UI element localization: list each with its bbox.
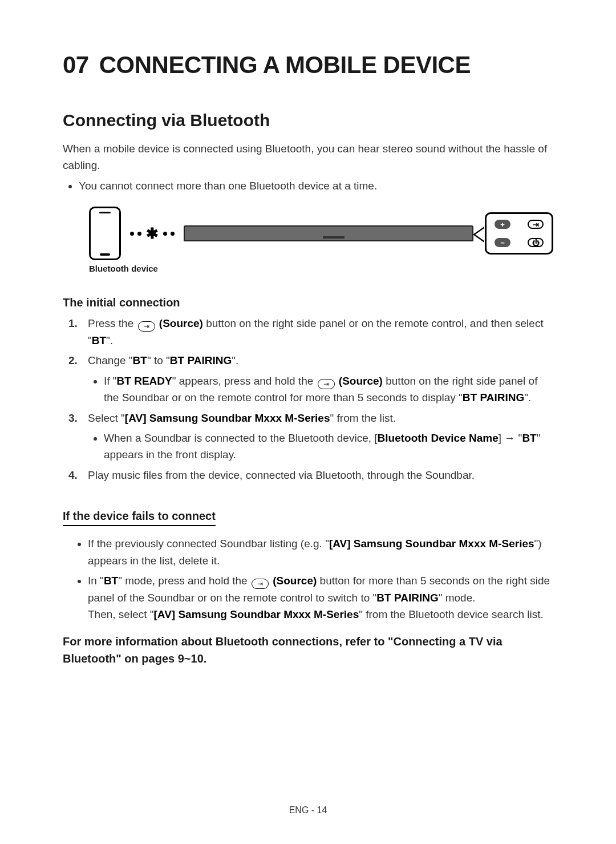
section-title: Connecting via Bluetooth xyxy=(63,111,553,130)
page-footer: ENG - 14 xyxy=(0,805,616,815)
bluetooth-connection-icon: ✱ xyxy=(130,225,175,243)
phone-icon xyxy=(89,207,121,260)
minus-button-icon: − xyxy=(495,238,510,247)
step-1-num: 1. xyxy=(68,315,78,332)
step-4-text: Play music files from the device, connec… xyxy=(88,469,475,481)
step-3-sub: When a Soundbar is connected to the Blue… xyxy=(104,430,553,463)
step-2-text: Change "BT" to "BT PAIRING". xyxy=(88,354,238,366)
fail-bullet-2: In "BT" mode, press and hold the ⇥ (Sour… xyxy=(88,572,553,623)
source-button-icon: ⇥ xyxy=(528,220,544,229)
heading-initial-connection: The initial connection xyxy=(63,296,553,309)
step-1-text: Press the ⇥ (Source) button on the right… xyxy=(88,317,544,346)
heading-fails-to-connect: If the device fails to connect xyxy=(63,510,216,526)
chapter-title: 07CONNECTING A MOBILE DEVICE xyxy=(63,51,553,79)
step-2: 2. Change "BT" to "BT PAIRING". If "BT R… xyxy=(68,352,553,406)
step-3: 3. Select "[AV] Samsung Soundbar Mxxx M-… xyxy=(68,410,553,463)
initial-connection-steps: 1. Press the ⇥ (Source) button on the ri… xyxy=(68,315,553,483)
step-3-text: Select "[AV] Samsung Soundbar Mxxx M-Ser… xyxy=(88,412,396,424)
side-panel-icon: + ⇥ − ⏻ xyxy=(485,212,553,255)
step-3-num: 3. xyxy=(68,410,78,426)
step-2-num: 2. xyxy=(68,352,78,369)
step-4-num: 4. xyxy=(68,467,78,483)
illustration-caption: Bluetooth device xyxy=(89,264,553,273)
intro-paragraph: When a mobile device is connected using … xyxy=(63,140,553,174)
power-button-icon: ⏻ xyxy=(528,238,544,247)
more-info-note: For more information about Bluetooth con… xyxy=(63,633,553,667)
step-2-sub: If "BT READY" appears, press and hold th… xyxy=(104,373,553,406)
step-1: 1. Press the ⇥ (Source) button on the ri… xyxy=(68,315,553,349)
bluetooth-icon: ✱ xyxy=(146,225,159,243)
source-icon: ⇥ xyxy=(138,321,155,332)
chapter-title-text: CONNECTING A MOBILE DEVICE xyxy=(99,51,471,78)
step-4: 4. Play music files from the device, con… xyxy=(68,467,553,483)
chapter-number: 07 xyxy=(63,51,89,78)
source-icon: ⇥ xyxy=(318,379,335,389)
plus-button-icon: + xyxy=(495,220,510,229)
fail-bullets: If the previously connected Soundbar lis… xyxy=(88,535,553,623)
fail-bullet-1: If the previously connected Soundbar lis… xyxy=(88,535,553,569)
soundbar-icon xyxy=(184,225,473,241)
bluetooth-illustration: ✱ + ⇥ − ⏻ xyxy=(89,207,553,260)
intro-bullet: You cannot connect more than one Bluetoo… xyxy=(79,177,553,194)
source-icon: ⇥ xyxy=(252,579,269,589)
